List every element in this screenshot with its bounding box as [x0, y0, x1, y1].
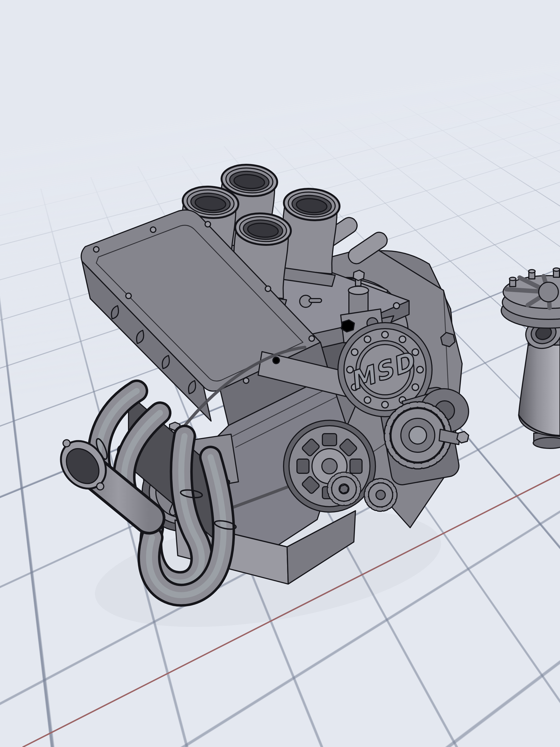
flange-hub — [539, 282, 558, 302]
front-pulley — [284, 420, 376, 512]
exhaust-headers — [48, 391, 237, 595]
scene-canvas[interactable]: MSD — [0, 0, 560, 747]
gear-shaft-end — [457, 432, 469, 443]
canister-top-flange — [501, 268, 560, 328]
crank-gear — [330, 474, 358, 504]
cad-viewport[interactable]: MSD — [0, 0, 560, 747]
idler-gear — [366, 481, 395, 509]
canister-object[interactable] — [501, 268, 560, 448]
